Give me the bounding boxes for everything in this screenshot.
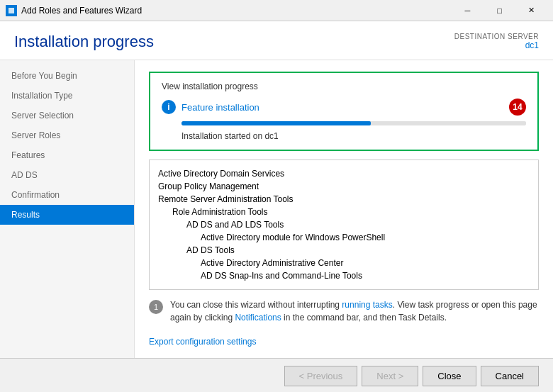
export-link[interactable]: Export configuration settings — [149, 337, 539, 347]
sidebar-item-features[interactable]: Features — [0, 145, 134, 165]
minimize-button[interactable]: ─ — [452, 0, 484, 21]
feature-installation-row: i Feature installation 14 — [162, 99, 526, 116]
wizard-body: Installation progress DESTINATION SERVER… — [0, 21, 553, 392]
features-box: Active Directory Domain Services Group P… — [149, 159, 539, 290]
sidebar-item-server-selection[interactable]: Server Selection — [0, 106, 134, 125]
info-text-running: running tasks — [342, 300, 392, 310]
wizard-footer: < Previous Next > Close Cancel — [0, 358, 553, 392]
progress-box: View installation progress i Feature ins… — [149, 72, 539, 151]
wizard-header: Installation progress DESTINATION SERVER… — [0, 21, 553, 60]
close-button[interactable]: Close — [423, 366, 476, 386]
badge-count: 14 — [509, 99, 526, 116]
info-section: 1 You can close this wizard without inte… — [149, 298, 539, 324]
list-item: Active Directory Domain Services — [158, 167, 530, 180]
destination-server-info: DESTINATION SERVER dc1 — [454, 33, 539, 50]
previous-button[interactable]: < Previous — [284, 366, 358, 386]
list-item: Active Directory module for Windows Powe… — [158, 231, 530, 244]
title-bar: Add Roles and Features Wizard ─ □ ✕ — [0, 0, 553, 21]
progress-bar-container — [181, 121, 526, 125]
cancel-button[interactable]: Cancel — [481, 366, 539, 386]
list-item: Remote Server Administration Tools — [158, 193, 530, 206]
info-text-part1: You can close this wizard without interr… — [170, 300, 342, 310]
sidebar-item-server-roles[interactable]: Server Roles — [0, 125, 134, 145]
server-name: dc1 — [454, 40, 539, 50]
main-panel: View installation progress i Feature ins… — [135, 60, 553, 358]
info-text-notifications: Notifications — [235, 313, 281, 323]
destination-server-label: DESTINATION SERVER — [454, 33, 539, 40]
sidebar-item-installation-type[interactable]: Installation Type — [0, 86, 134, 106]
sidebar-item-before-you-begin[interactable]: Before You Begin — [0, 66, 134, 86]
info-icon: i — [162, 100, 176, 114]
sidebar-item-confirmation[interactable]: Confirmation — [0, 185, 134, 205]
maximize-button[interactable]: □ — [484, 0, 515, 21]
list-item: Group Policy Management — [158, 180, 530, 193]
sidebar: Before You Begin Installation Type Serve… — [0, 60, 135, 358]
progress-box-title: View installation progress — [162, 82, 526, 91]
next-button[interactable]: Next > — [362, 366, 418, 386]
feature-label: Feature installation — [181, 102, 503, 113]
info-text-part3: in the command bar, and then Task Detail… — [281, 313, 447, 323]
list-item: AD DS and AD LDS Tools — [158, 218, 530, 231]
progress-bar-fill — [181, 121, 371, 125]
list-item: Active Directory Administrative Center — [158, 257, 530, 269]
title-bar-controls: ─ □ ✕ — [452, 0, 547, 21]
sidebar-item-ad-ds[interactable]: AD DS — [0, 165, 134, 185]
progress-status: Installation started on dc1 — [181, 131, 526, 141]
info-text: You can close this wizard without interr… — [170, 298, 539, 324]
sidebar-item-results[interactable]: Results — [0, 205, 134, 225]
title-bar-text: Add Roles and Features Wizard — [21, 6, 452, 16]
wizard-content: Before You Begin Installation Type Serve… — [0, 60, 553, 358]
svg-rect-1 — [9, 8, 14, 13]
list-item: AD DS Snap-Ins and Command-Line Tools — [158, 269, 530, 282]
close-window-button[interactable]: ✕ — [515, 0, 547, 21]
list-item: Role Administration Tools — [158, 206, 530, 218]
page-title: Installation progress — [14, 33, 154, 51]
app-icon — [6, 5, 17, 16]
list-item: AD DS Tools — [158, 244, 530, 257]
info-number: 1 — [149, 300, 163, 314]
